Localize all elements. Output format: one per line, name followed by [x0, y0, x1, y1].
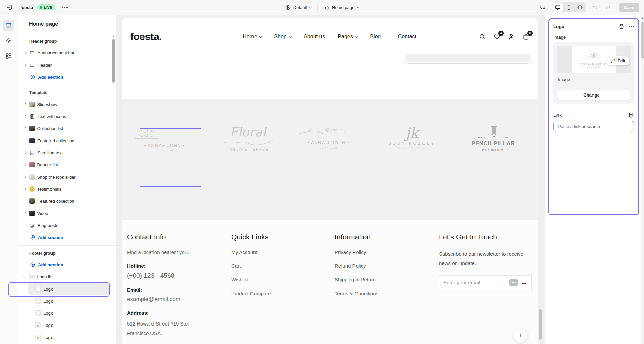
sidebar-item-text-with-icons[interactable]: Text with icons: [18, 110, 116, 122]
hotline-number[interactable]: (+00) 123 - 4568: [127, 272, 225, 279]
database-icon[interactable]: [619, 24, 624, 29]
logo-sub: Premium: [461, 148, 525, 152]
add-section-footer-group[interactable]: Add section: [18, 259, 116, 271]
chevron-right-icon[interactable]: [24, 64, 26, 66]
wishlist-button[interactable]: 4: [493, 33, 501, 40]
more-actions-icon[interactable]: [62, 7, 68, 8]
preview-scrollbar[interactable]: [538, 18, 542, 344]
chevron-right-icon[interactable]: [24, 103, 26, 106]
store-logo[interactable]: foesta.: [130, 31, 162, 42]
sidebar-item-scrolling-text[interactable]: Scrolling text: [18, 147, 116, 159]
sidebar-item-logo-1[interactable]: Logo: [28, 283, 111, 295]
sidebar-item-testimonials[interactable]: Testimonials: [18, 183, 116, 195]
item-label: Slideshow: [37, 102, 57, 107]
logo-date: 22-04-2020: [297, 146, 361, 149]
sidebar-item-video[interactable]: Video: [18, 207, 116, 219]
footer-link-terms-conditions[interactable]: Terms & Conditions: [335, 291, 426, 296]
footer-link-privacy-policy[interactable]: Privacy Policy: [335, 249, 426, 255]
sidebar-item-logo-5[interactable]: Logo: [18, 331, 116, 343]
nav-blog[interactable]: Blog: [370, 34, 385, 40]
sidebar-item-featured-collection-2[interactable]: Featured collection: [18, 195, 116, 207]
save-button[interactable]: Save: [619, 3, 639, 12]
edit-image-button[interactable]: Edit: [607, 56, 629, 65]
add-circle-icon: [30, 262, 35, 267]
nav-home[interactable]: Home: [243, 34, 261, 40]
footer-link-my-account[interactable]: My Account: [231, 249, 312, 255]
sidebar-item-logo-2[interactable]: Logo: [18, 295, 116, 307]
undo-button[interactable]: [590, 3, 600, 12]
sidebar-item-banner-list[interactable]: Banner list: [18, 159, 116, 171]
exit-editor-button[interactable]: [5, 3, 14, 12]
sidebar-item-announcement-bar[interactable]: Announcement bar: [18, 47, 116, 59]
globe-icon: [285, 5, 291, 10]
sidebar-item-shop-the-look[interactable]: Shop the look slider: [18, 171, 116, 183]
footer-link-shipping-return[interactable]: Shipping & Return: [335, 277, 426, 282]
add-section-header-group[interactable]: Add section: [18, 71, 116, 83]
logo-block-floral[interactable]: Floral TAGLINE SPACE: [216, 126, 280, 151]
page-selector[interactable]: Home page: [324, 5, 359, 10]
desktop-view-button[interactable]: [552, 3, 563, 12]
sidebar-scrollbar-thumb[interactable]: [112, 39, 115, 83]
footer-link-cart[interactable]: Cart: [231, 263, 312, 269]
sidebar-item-logo-list[interactable]: Logo list: [18, 271, 116, 283]
theme-selector[interactable]: Default: [285, 5, 311, 10]
scrollbar-up-arrow[interactable]: ▲: [641, 17, 644, 19]
search-drawer-field[interactable]: [406, 54, 530, 62]
cart-button[interactable]: 0: [522, 33, 530, 40]
logo-text: JODY KOZEEY: [380, 141, 444, 146]
inspector-button[interactable]: [538, 3, 548, 12]
sidebar-item-featured-collection[interactable]: Featured collection: [18, 135, 116, 147]
logo-block-anna-john-branch[interactable]: • ANNA & JOHN • 22-04-2020: [297, 126, 361, 149]
logo-slogan: SLOGAN HERE: [380, 147, 444, 149]
search-drawer-panel[interactable]: [404, 49, 532, 64]
search-button[interactable]: [479, 33, 486, 40]
rail-apps-button[interactable]: [3, 50, 14, 62]
block-more-actions-icon[interactable]: [629, 26, 634, 27]
newsletter-email-input[interactable]: [443, 280, 507, 285]
chevron-right-icon[interactable]: [24, 212, 26, 215]
chevron-right-icon[interactable]: [24, 127, 26, 130]
sidebar-item-header[interactable]: Header: [18, 59, 116, 71]
logo-block-jody-kozeey[interactable]: jk JODY KOZEEY SLOGAN HERE: [380, 126, 444, 149]
window-scrollbar[interactable]: ▲: [641, 15, 644, 344]
chevron-right-icon[interactable]: [24, 151, 26, 154]
chevron-right-icon[interactable]: [24, 115, 26, 118]
window-scrollbar-thumb[interactable]: [641, 22, 644, 59]
chevron-right-icon[interactable]: [24, 176, 26, 178]
chevron-right-icon[interactable]: [24, 51, 26, 54]
logo-list-section[interactable]: • ANNA& JOHN • 22-04-2020 Floral TAGLINE…: [122, 99, 538, 220]
footer-link-wishlist[interactable]: Wishlist: [231, 277, 312, 282]
scroll-to-top-button[interactable]: ↑: [514, 329, 527, 342]
fullwidth-view-button[interactable]: [575, 3, 585, 12]
sidebar-item-logo-3[interactable]: Logo: [18, 307, 116, 319]
nav-pages[interactable]: Pages: [338, 34, 357, 40]
sidebar-item-blog-posts[interactable]: Blog posts: [18, 219, 116, 231]
footer-link-refund-policy[interactable]: Refund Policy: [335, 263, 426, 269]
rail-sections-button[interactable]: [3, 20, 14, 31]
nav-contact[interactable]: Contact: [398, 34, 416, 40]
chevron-down-icon[interactable]: [24, 275, 26, 278]
scrollbar-up-arrow[interactable]: ▲: [112, 35, 115, 38]
footer-link-product-compare[interactable]: Product Compare: [231, 291, 312, 296]
newsletter-submit-arrow-icon[interactable]: →: [521, 279, 527, 286]
chevron-down-icon: [355, 35, 358, 38]
sidebar-item-slideshow[interactable]: Slideshow: [18, 98, 116, 110]
chevron-right-icon[interactable]: [24, 188, 26, 190]
mobile-view-button[interactable]: [564, 3, 574, 12]
sidebar-item-logo-4[interactable]: Logo: [18, 319, 116, 331]
rail-theme-settings-button[interactable]: [3, 35, 14, 46]
nav-about-us[interactable]: About us: [304, 34, 325, 40]
add-section-template[interactable]: Add section: [18, 231, 116, 243]
database-icon[interactable]: [628, 112, 634, 118]
change-image-button[interactable]: Change: [557, 90, 630, 100]
account-button[interactable]: [508, 33, 515, 40]
autofill-icon[interactable]: [509, 279, 518, 286]
email-address[interactable]: example@email.com: [127, 296, 225, 303]
nav-shop[interactable]: Shop: [274, 34, 291, 40]
chevron-right-icon[interactable]: [24, 163, 26, 166]
redo-button[interactable]: [604, 3, 613, 12]
link-input[interactable]: [553, 121, 634, 132]
preview-scrollbar-thumb[interactable]: [539, 309, 542, 340]
sidebar-item-collection-list[interactable]: Collection list: [18, 122, 116, 135]
logo-block-pencilpillar[interactable]: ESTD 2020 PENCILPILLAR Premium: [461, 126, 525, 152]
